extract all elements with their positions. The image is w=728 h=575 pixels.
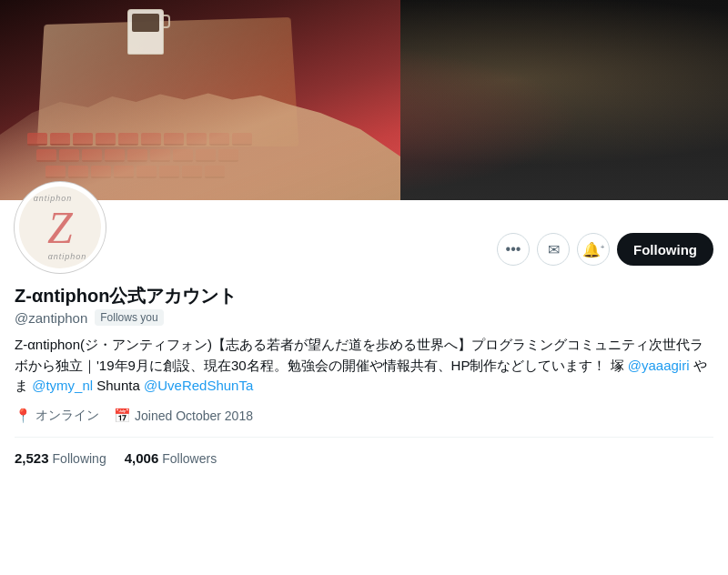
profile-top-row: αntiphon Z αntiphon ••• ✉ 🔔+ Following — [15, 182, 713, 284]
joined-meta: 📅 Joined October 2018 — [114, 408, 253, 424]
followers-label: Followers — [162, 451, 217, 466]
profile-stats: 2,523 Following 4,006 Followers — [15, 437, 713, 479]
more-button[interactable]: ••• — [497, 233, 530, 266]
message-icon: ✉ — [548, 241, 560, 258]
following-button[interactable]: Following — [617, 233, 713, 266]
profile-bio: Z-αntiphon(ジ・アンティフォン)【志ある若者が望んだ道を歩める世界へ】… — [15, 335, 713, 397]
action-buttons: ••• ✉ 🔔+ Following — [497, 233, 713, 266]
avatar: αntiphon Z αntiphon — [15, 182, 106, 273]
profile-banner: // Z-antiphon code const post = Post.fin… — [0, 0, 728, 200]
profile-handle: @zantiphon — [15, 310, 87, 326]
following-label: Following — [53, 451, 106, 466]
mention-uve-red-shunta[interactable]: @UveRedShunTa — [144, 378, 253, 393]
mention-yaaagiri[interactable]: @yaaagiri — [628, 358, 690, 373]
more-icon: ••• — [506, 241, 521, 257]
following-stat[interactable]: 2,523 Following — [15, 450, 106, 466]
profile-name: Z-αntiphon公式アカウント — [15, 284, 713, 308]
follows-you-badge: Follows you — [95, 309, 163, 326]
location-meta: 📍 オンライン — [15, 408, 99, 424]
avatar-letter: Z — [47, 205, 73, 250]
profile-section: αntiphon Z αntiphon ••• ✉ 🔔+ Following Z… — [0, 182, 728, 479]
mention-tymy-nl[interactable]: @tymy_nl — [32, 378, 93, 393]
notification-button[interactable]: 🔔+ — [577, 233, 610, 266]
profile-meta: 📍 オンライン 📅 Joined October 2018 — [15, 408, 713, 424]
location-icon: 📍 — [15, 408, 32, 424]
followers-count: 4,006 — [125, 450, 159, 466]
followers-stat[interactable]: 4,006 Followers — [125, 450, 217, 466]
joined-text: Joined October 2018 — [135, 409, 253, 423]
bell-plus-icon: 🔔+ — [582, 241, 605, 258]
banner-left-laptop — [0, 0, 400, 200]
avatar-text-bottom: αntiphon — [26, 252, 101, 261]
following-count: 2,523 — [15, 450, 49, 466]
calendar-icon: 📅 — [114, 408, 131, 424]
profile-handle-row: @zantiphon Follows you — [15, 309, 713, 326]
location-text: オンライン — [35, 408, 99, 424]
message-button[interactable]: ✉ — [537, 233, 570, 266]
